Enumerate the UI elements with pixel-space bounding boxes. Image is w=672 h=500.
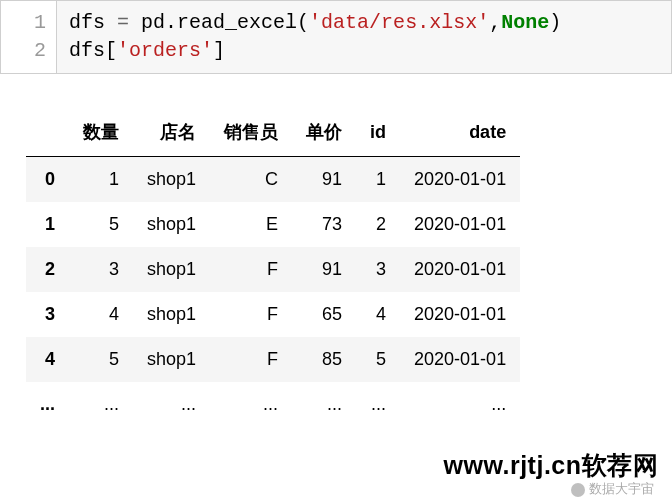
cell-id: 3: [356, 247, 400, 292]
cell-qty: 4: [69, 292, 133, 337]
table-row: 01shop1C9112020-01-01: [26, 157, 520, 203]
col-header-shop: 店名: [133, 108, 210, 157]
cell-qty: 3: [69, 247, 133, 292]
ellipsis-cell: ...: [26, 382, 69, 427]
ellipsis-cell: ...: [133, 382, 210, 427]
ellipsis-cell: ...: [292, 382, 356, 427]
row-index: 1: [26, 202, 69, 247]
ellipsis-cell: ...: [400, 382, 520, 427]
code-token: (: [297, 11, 309, 34]
code-token: dfs: [69, 11, 105, 34]
cell-price: 85: [292, 337, 356, 382]
cell-shop: shop1: [133, 292, 210, 337]
cell-shop: shop1: [133, 337, 210, 382]
ellipsis-cell: ...: [356, 382, 400, 427]
row-index: 3: [26, 292, 69, 337]
row-index: 0: [26, 157, 69, 203]
code-token: 'data/res.xlsx': [309, 11, 489, 34]
cell-id: 1: [356, 157, 400, 203]
watermark-sub: 数据大宇宙: [571, 480, 654, 498]
code-token: pd: [141, 11, 165, 34]
cell-price: 73: [292, 202, 356, 247]
cell-id: 4: [356, 292, 400, 337]
code-token: None: [501, 11, 549, 34]
line-number-gutter: 1 2: [1, 1, 57, 73]
code-token: dfs: [69, 39, 105, 62]
cell-qty: 5: [69, 202, 133, 247]
code-area[interactable]: dfs = pd.read_excel('data/res.xlsx',None…: [57, 1, 671, 73]
cell-sales: C: [210, 157, 292, 203]
code-token: 'orders': [117, 39, 213, 62]
cell-date: 2020-01-01: [400, 337, 520, 382]
cell-date: 2020-01-01: [400, 247, 520, 292]
line-number: 2: [1, 37, 46, 65]
code-cell: 1 2 dfs = pd.read_excel('data/res.xlsx',…: [0, 0, 672, 74]
ellipsis-row: .....................: [26, 382, 520, 427]
cell-sales: E: [210, 202, 292, 247]
cell-price: 65: [292, 292, 356, 337]
line-number: 1: [1, 9, 46, 37]
cell-price: 91: [292, 157, 356, 203]
watermark-main: www.rjtj.cn软荐网: [444, 449, 658, 482]
table-row: 15shop1E7322020-01-01: [26, 202, 520, 247]
table-header: 数量 店名 销售员 单价 id date: [26, 108, 520, 157]
cell-id: 2: [356, 202, 400, 247]
watermark-icon: [571, 483, 585, 497]
ellipsis-cell: ...: [69, 382, 133, 427]
cell-shop: shop1: [133, 247, 210, 292]
watermark-sub-text: 数据大宇宙: [589, 481, 654, 496]
code-token: ,: [489, 11, 501, 34]
cell-shop: shop1: [133, 157, 210, 203]
code-token: ): [549, 11, 561, 34]
col-header-price: 单价: [292, 108, 356, 157]
row-index: 4: [26, 337, 69, 382]
code-token: ]: [213, 39, 225, 62]
col-header-qty: 数量: [69, 108, 133, 157]
code-token: .: [165, 11, 177, 34]
cell-id: 5: [356, 337, 400, 382]
code-line-1: dfs = pd.read_excel('data/res.xlsx',None…: [69, 9, 659, 37]
dataframe-table: 数量 店名 销售员 单价 id date 01shop1C9112020-01-…: [26, 108, 520, 427]
code-token: =: [105, 11, 141, 34]
col-header-sales: 销售员: [210, 108, 292, 157]
output-area: 数量 店名 销售员 单价 id date 01shop1C9112020-01-…: [0, 74, 672, 427]
cell-date: 2020-01-01: [400, 157, 520, 203]
table-row: 45shop1F8552020-01-01: [26, 337, 520, 382]
cell-date: 2020-01-01: [400, 202, 520, 247]
cell-qty: 1: [69, 157, 133, 203]
cell-sales: F: [210, 247, 292, 292]
col-header-date: date: [400, 108, 520, 157]
index-header: [26, 108, 69, 157]
ellipsis-cell: ...: [210, 382, 292, 427]
code-token: [: [105, 39, 117, 62]
cell-sales: F: [210, 337, 292, 382]
cell-date: 2020-01-01: [400, 292, 520, 337]
row-index: 2: [26, 247, 69, 292]
table-row: 34shop1F6542020-01-01: [26, 292, 520, 337]
col-header-id: id: [356, 108, 400, 157]
cell-qty: 5: [69, 337, 133, 382]
cell-sales: F: [210, 292, 292, 337]
code-token: read_excel: [177, 11, 297, 34]
table-row: 23shop1F9132020-01-01: [26, 247, 520, 292]
cell-shop: shop1: [133, 202, 210, 247]
table-body: 01shop1C9112020-01-0115shop1E7322020-01-…: [26, 157, 520, 428]
code-line-2: dfs['orders']: [69, 37, 659, 65]
cell-price: 91: [292, 247, 356, 292]
